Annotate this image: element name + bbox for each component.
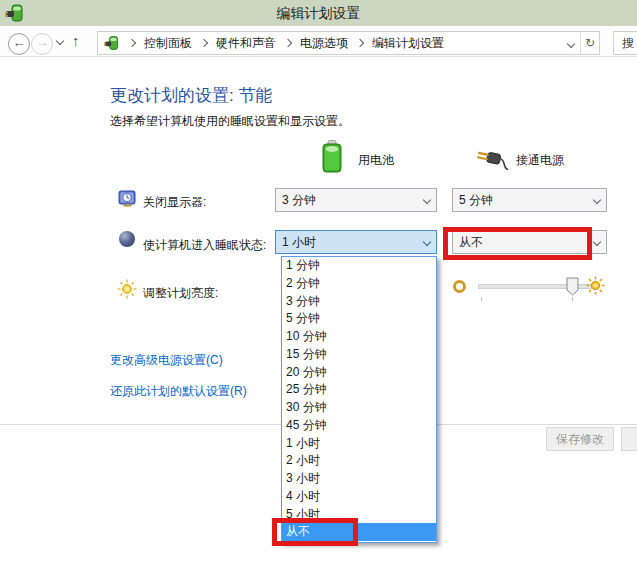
- slider-tick: [481, 297, 482, 301]
- back-button[interactable]: ←: [8, 33, 30, 55]
- dropdown-option[interactable]: 20 分钟: [282, 364, 436, 382]
- brightness-bright-icon: [586, 276, 605, 295]
- breadcrumb-separator-icon: [356, 39, 364, 47]
- brightness-dim-icon: [453, 280, 466, 293]
- annotation-red-box-never-option: [272, 518, 358, 546]
- dropdown-option[interactable]: 1 小时: [282, 435, 436, 453]
- breadcrumb-hardware-sound[interactable]: 硬件和声音: [216, 35, 276, 52]
- dropdown-option[interactable]: 1 分钟: [282, 257, 436, 275]
- dropdown-option[interactable]: 30 分钟: [282, 399, 436, 417]
- search-input[interactable]: 搜: [613, 31, 637, 55]
- brightness-slider-thumb[interactable]: [566, 277, 579, 296]
- link-restore-defaults[interactable]: 还原此计划的默认设置(R): [110, 383, 247, 400]
- breadcrumb-separator-icon: [284, 39, 292, 47]
- history-chevron-icon[interactable]: [56, 37, 64, 45]
- breadcrumb-separator-icon: [200, 39, 208, 47]
- dropdown-option[interactable]: 4 小时: [282, 488, 436, 506]
- title-bar: 编辑计划设置: [0, 0, 637, 26]
- sleep-options-dropdown: 1 分钟 2 分钟 3 分钟 5 分钟 10 分钟 15 分钟 20 分钟 25…: [281, 256, 437, 543]
- chevron-down-icon: [418, 197, 436, 203]
- window-title: 编辑计划设置: [0, 5, 637, 23]
- dropdown-option[interactable]: 15 分钟: [282, 346, 436, 364]
- row-label-turn-off-display: 关闭显示器:: [143, 194, 206, 211]
- dropdown-option[interactable]: 45 分钟: [282, 417, 436, 435]
- refresh-button[interactable]: ↻: [581, 32, 599, 54]
- dropdown-option[interactable]: 3 分钟: [282, 293, 436, 311]
- chevron-down-icon: [418, 239, 436, 245]
- slider-tick: [572, 297, 573, 301]
- dropdown-option[interactable]: 2 分钟: [282, 275, 436, 293]
- sleep-battery-value: 1 小时: [276, 234, 418, 251]
- sleep-moon-icon: [119, 231, 135, 247]
- plug-icon: [474, 147, 510, 171]
- display-timeout-icon: [118, 189, 137, 208]
- dropdown-option[interactable]: 10 分钟: [282, 328, 436, 346]
- address-bar[interactable]: 控制面板 硬件和声音 电源选项 编辑计划设置 ↻: [97, 31, 600, 55]
- edit-plan-settings-window: 编辑计划设置 ← → ↑ 控制面板 硬件和声音 电源选项 编辑计划设置: [0, 0, 637, 570]
- dropdown-option[interactable]: 2 小时: [282, 452, 436, 470]
- row-label-brightness: 调整计划亮度:: [143, 285, 218, 302]
- annotation-red-box-never-combo: [443, 227, 592, 260]
- breadcrumb-power-options[interactable]: 电源选项: [300, 35, 348, 52]
- page-title: 更改计划的设置: 节能: [110, 84, 272, 107]
- column-plugged-in: 接通电源: [516, 152, 564, 169]
- breadcrumb-edit-plan-settings[interactable]: 编辑计划设置: [372, 35, 444, 52]
- forward-button[interactable]: →: [31, 33, 53, 55]
- column-on-battery: 用电池: [358, 152, 394, 169]
- breadcrumb: 控制面板 硬件和声音 电源选项 编辑计划设置: [98, 35, 562, 52]
- cancel-button-partial[interactable]: [621, 427, 637, 451]
- display-battery-select[interactable]: 3 分钟: [275, 188, 437, 212]
- up-button[interactable]: ↑: [72, 32, 80, 49]
- breadcrumb-control-panel[interactable]: 控制面板: [144, 35, 192, 52]
- dropdown-option[interactable]: 3 小时: [282, 470, 436, 488]
- link-advanced-power-settings[interactable]: 更改高级电源设置(C): [110, 352, 223, 369]
- display-battery-value: 3 分钟: [276, 192, 418, 209]
- sleep-battery-select[interactable]: 1 小时: [275, 230, 437, 254]
- chevron-down-icon: [588, 197, 606, 203]
- save-changes-button[interactable]: 保存修改: [546, 427, 614, 451]
- row-label-sleep: 使计算机进入睡眠状态:: [143, 237, 266, 254]
- dropdown-option[interactable]: 5 分钟: [282, 310, 436, 328]
- page-subtitle: 选择希望计算机使用的睡眠设置和显示设置。: [110, 113, 350, 130]
- battery-icon: [322, 140, 342, 173]
- power-options-icon: [104, 35, 120, 51]
- dropdown-option[interactable]: 25 分钟: [282, 381, 436, 399]
- address-dropdown-button[interactable]: [562, 32, 580, 54]
- brightness-sun-icon: [117, 279, 137, 299]
- display-plugged-select[interactable]: 5 分钟: [452, 188, 607, 212]
- display-plugged-value: 5 分钟: [453, 192, 588, 209]
- breadcrumb-separator-icon: [128, 39, 136, 47]
